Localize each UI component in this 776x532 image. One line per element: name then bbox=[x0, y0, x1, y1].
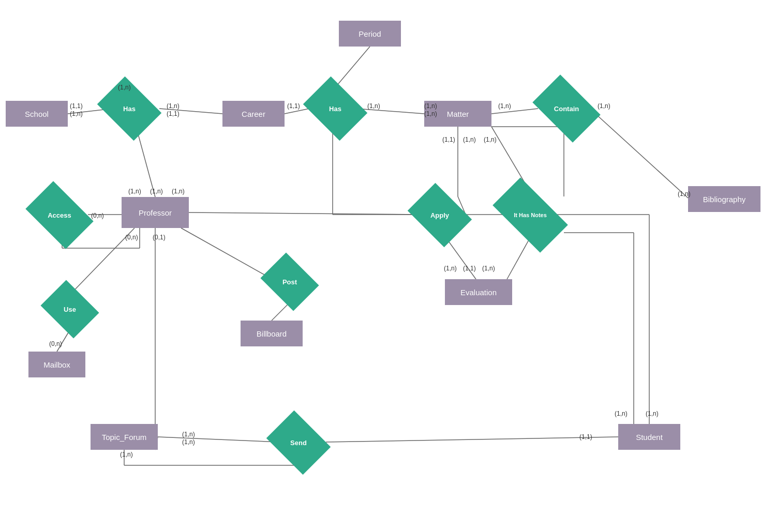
svg-line-7 bbox=[136, 127, 155, 197]
entity-bibliography: Bibliography bbox=[688, 186, 760, 212]
label-1n-has1top: (1,n) bbox=[118, 84, 131, 91]
diamond-post: Post bbox=[266, 264, 313, 300]
label-1n-has2-right: (1,n) bbox=[367, 102, 380, 110]
entity-school: School bbox=[6, 101, 68, 127]
label-1n-prof-top3: (1,n) bbox=[172, 188, 185, 195]
diamond-has2: Has bbox=[309, 89, 361, 128]
entity-student: Student bbox=[618, 424, 680, 450]
diamond-access: Access bbox=[31, 195, 88, 235]
label-11-matter-bottom1: (1,1) bbox=[442, 136, 455, 143]
label-1n-send-left1: (1,n) bbox=[182, 431, 195, 438]
label-01-prof: (0,1) bbox=[153, 234, 166, 241]
label-0n-use: (0,n) bbox=[49, 340, 62, 347]
label-1n-biblio: (1,n) bbox=[678, 190, 691, 197]
label-1n-send-left2: (1,n) bbox=[182, 438, 195, 446]
entity-topic-forum: Topic_Forum bbox=[91, 424, 158, 450]
label-1n-matter-left1: (1,n) bbox=[424, 102, 437, 110]
label-1n-matter-bottom2: (1,n) bbox=[463, 136, 476, 143]
diamond-has1: Has bbox=[103, 89, 155, 128]
entity-career: Career bbox=[222, 101, 285, 127]
label-1n-eval1: (1,n) bbox=[444, 265, 457, 272]
label-1n-matter-bottom3: (1,n) bbox=[484, 136, 497, 143]
label-1n-prof-top2: (1,n) bbox=[150, 188, 163, 195]
label-1n-matter-left2: (1,n) bbox=[424, 110, 437, 117]
label-1n-school: (1,n) bbox=[70, 110, 83, 117]
label-1n-student-top2: (1,n) bbox=[646, 410, 659, 417]
entity-billboard: Billboard bbox=[241, 321, 303, 346]
entity-evaluation: Evaluation bbox=[445, 279, 512, 305]
svg-line-29 bbox=[326, 437, 618, 442]
entity-professor: Professor bbox=[122, 197, 189, 228]
diamond-contain: Contain bbox=[538, 89, 595, 128]
svg-line-28 bbox=[158, 437, 279, 442]
diamond-apply: Apply bbox=[414, 195, 466, 235]
label-1n-career-left: (1,n) bbox=[167, 102, 180, 110]
label-11: (1,1) bbox=[70, 102, 83, 110]
diagram-container: School Career Matter Period Professor Bi… bbox=[0, 0, 776, 532]
label-1n-topic-bottom: (1,n) bbox=[120, 451, 133, 458]
entity-period: Period bbox=[339, 21, 401, 47]
svg-line-17 bbox=[189, 212, 419, 215]
label-1n-contain-right: (1,n) bbox=[598, 102, 610, 110]
label-11-eval2: (1,1) bbox=[463, 265, 476, 272]
label-1n-prof-top1: (1,n) bbox=[128, 188, 141, 195]
label-11-career-right: (1,1) bbox=[287, 102, 300, 110]
diamond-send: Send bbox=[273, 423, 324, 462]
label-1n-eval3: (1,n) bbox=[482, 265, 495, 272]
entity-mailbox: Mailbox bbox=[28, 352, 85, 377]
label-11-send-right: (1,1) bbox=[579, 433, 592, 440]
label-0n-access: (0,n) bbox=[91, 212, 104, 219]
label-0n-prof-left: (0,n) bbox=[125, 234, 138, 241]
label-1n-matter-right: (1,n) bbox=[498, 102, 511, 110]
svg-line-6 bbox=[590, 109, 688, 198]
label-11-career-left2: (1,1) bbox=[167, 110, 180, 117]
svg-line-22 bbox=[181, 228, 274, 280]
diamond-use: Use bbox=[47, 291, 93, 327]
diamond-it-has-notes: It Has Notes bbox=[497, 195, 564, 235]
connector-lines bbox=[0, 0, 776, 532]
label-1n-student-top1: (1,n) bbox=[615, 410, 628, 417]
